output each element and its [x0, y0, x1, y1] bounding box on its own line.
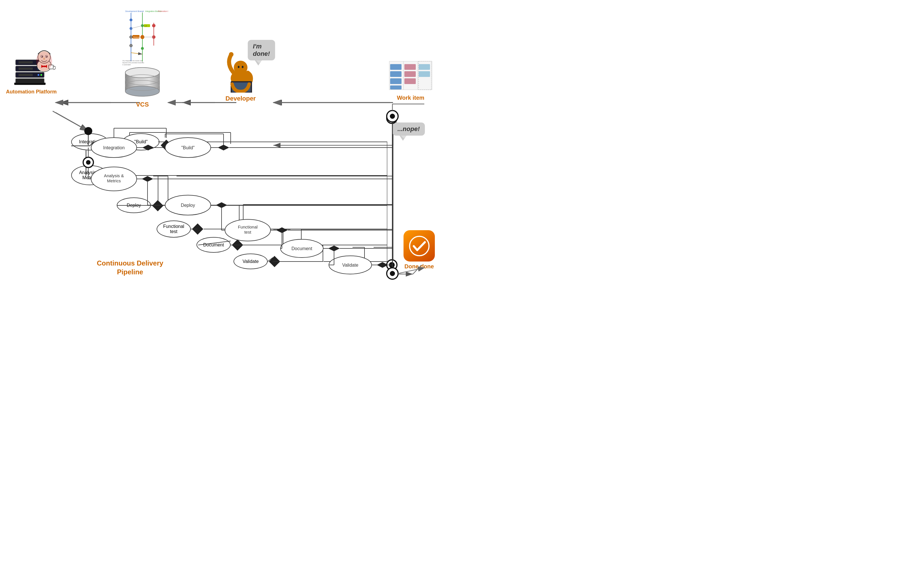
- automation-platform-label: Automation Platform: [6, 89, 57, 95]
- functional-test-diamond: [192, 223, 203, 235]
- svg-point-97: [238, 66, 240, 68]
- svg-point-98: [242, 66, 243, 68]
- build-diamond: [161, 140, 172, 151]
- terminal-circle-top-right: [386, 112, 398, 124]
- svg-point-71: [129, 36, 132, 39]
- svg-point-46: [37, 74, 39, 76]
- checkmark-icon: [408, 236, 430, 257]
- svg-rect-51: [14, 83, 45, 85]
- functional-test-node: Functional test: [157, 220, 191, 238]
- pipeline-label: Continuous DeliveryPipeline: [97, 259, 163, 276]
- diagram-container: Automation Platform Development Branch I…: [0, 0, 450, 294]
- svg-point-69: [129, 19, 132, 21]
- vcs-diagram: Development Branch Integration Branch Pr…: [117, 9, 168, 66]
- developer-label: Developer: [215, 95, 266, 102]
- svg-line-84: [131, 53, 142, 54]
- automation-platform: Automation Platform: [6, 54, 57, 95]
- workitem-label: Work item: [385, 95, 436, 101]
- build-node: "Build": [122, 133, 159, 150]
- integration-node: Integration: [71, 133, 108, 150]
- done-done-icon: Done done: [404, 230, 435, 270]
- deploy-diamond: [152, 200, 164, 211]
- validate-diamond: [269, 256, 280, 267]
- svg-text:Any integration into master an: Any integration into master and: [122, 60, 142, 62]
- svg-rect-48: [19, 61, 33, 64]
- svg-point-96: [234, 61, 248, 74]
- svg-point-75: [141, 47, 144, 50]
- vcs-label: VCS: [111, 101, 174, 108]
- svg-point-90: [125, 86, 159, 96]
- done-bubble: I'm done!: [248, 40, 275, 61]
- svg-rect-114: [419, 71, 430, 77]
- integration-diamond: [109, 140, 121, 151]
- svg-point-61: [36, 51, 52, 71]
- vcs-section: Development Branch Integration Branch Pr…: [111, 9, 174, 108]
- svg-rect-109: [390, 86, 402, 89]
- jenkins-icon: [33, 48, 56, 74]
- svg-point-146: [410, 236, 429, 256]
- analysis-node: Analysis & Metrics: [71, 165, 108, 185]
- workitem-section: Work item: [385, 60, 436, 101]
- svg-point-95: [229, 52, 234, 57]
- svg-text:Promotion branches: Promotion branches: [158, 10, 168, 12]
- svg-rect-111: [404, 71, 416, 77]
- svg-rect-49: [19, 67, 33, 70]
- validate-node: Validate: [234, 254, 268, 269]
- svg-text:beyond to the promotion branch: beyond to the promotion branches: [122, 62, 144, 64]
- svg-text:Release: Release: [133, 36, 141, 38]
- svg-point-76: [152, 24, 156, 27]
- database-icon: [120, 66, 165, 100]
- done-done-label: Done done: [404, 263, 435, 270]
- deploy-node: Deploy: [117, 197, 151, 213]
- svg-point-156: [390, 271, 395, 276]
- svg-line-78: [131, 26, 142, 28]
- svg-rect-112: [404, 78, 416, 84]
- svg-rect-50: [19, 74, 33, 76]
- pipeline-area: Integration "Build" Analysis & Metrics D…: [45, 108, 387, 285]
- svg-rect-41: [16, 79, 44, 83]
- svg-point-47: [41, 74, 42, 76]
- svg-rect-106: [390, 64, 402, 70]
- svg-text:Development Branch: Development Branch: [125, 10, 144, 12]
- document-node: Document: [196, 237, 231, 253]
- svg-rect-108: [390, 78, 402, 84]
- svg-text:1.2: 1.2: [144, 25, 147, 27]
- nope-bubble: ...nope!: [393, 123, 425, 136]
- terminal-circle-bottom: [386, 259, 398, 271]
- workitem-board: [388, 60, 433, 91]
- svg-rect-107: [390, 71, 402, 77]
- svg-text:is automated: is automated: [122, 64, 131, 66]
- analysis-diamond: [109, 171, 121, 182]
- svg-rect-113: [419, 64, 430, 70]
- document-diamond: [232, 239, 243, 251]
- svg-point-72: [129, 44, 132, 47]
- svg-rect-110: [404, 64, 416, 70]
